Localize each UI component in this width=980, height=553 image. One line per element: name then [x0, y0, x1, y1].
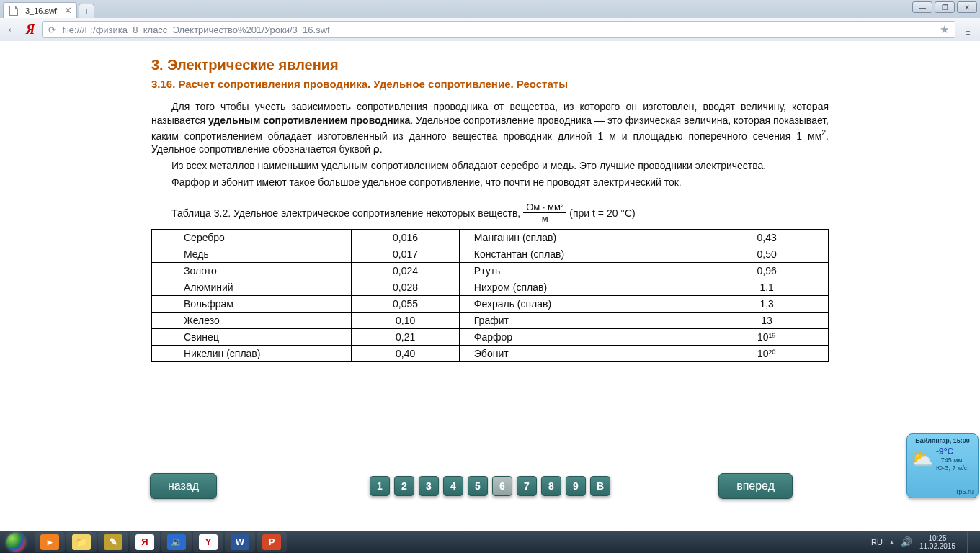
- table-cell: Вольфрам: [152, 296, 352, 313]
- table-cell: Графит: [459, 313, 705, 329]
- table-cell: 0,028: [352, 279, 459, 296]
- new-tab-button[interactable]: +: [79, 4, 94, 18]
- system-tray: RU ▴ 🔊 10:25 11.02.2015: [871, 531, 980, 553]
- bookmark-star-icon[interactable]: ★: [940, 23, 949, 36]
- section-title: 3.16. Расчет сопротивления проводника. У…: [151, 78, 829, 90]
- note-icon-glyph: ✎: [104, 534, 122, 550]
- url-text: file:///F:/физика_8_класс_Электричество%…: [62, 24, 934, 35]
- table-cell: 0,43: [705, 230, 829, 246]
- powerpoint-icon[interactable]: P: [257, 532, 287, 552]
- table-cell: Медь: [152, 246, 352, 263]
- tray-chevron-icon[interactable]: ▴: [890, 538, 894, 546]
- explorer-icon[interactable]: 📁: [66, 532, 97, 552]
- table-cell: Никелин (сплав): [152, 346, 352, 362]
- downloads-button[interactable]: ⭳: [963, 23, 974, 36]
- page-button-5[interactable]: 5: [468, 476, 488, 496]
- table-row: Вольфрам0,055Фехраль (сплав)1,3: [152, 296, 829, 313]
- table-cell: Эбонит: [459, 346, 705, 362]
- yandex-icon-glyph: Я: [135, 534, 154, 550]
- address-bar[interactable]: ⟳ file:///F:/физика_8_класс_Электричеств…: [42, 21, 956, 38]
- media-player-icon-glyph: ▸: [40, 534, 59, 550]
- explorer-icon-glyph: 📁: [72, 534, 91, 550]
- weather-icon: ⛅: [910, 448, 933, 470]
- table-row: Свинец0,21Фарфор10¹⁹: [152, 329, 829, 346]
- media-player-icon[interactable]: ▸: [35, 532, 65, 552]
- weather-widget[interactable]: Байлянгар, 15:00 ⛅ -9°C 745 мм Ю-З, 7 м/…: [906, 433, 979, 498]
- word-icon[interactable]: W: [225, 532, 255, 552]
- table-cell: Нихром (сплав): [459, 279, 705, 296]
- resistivity-table: Серебро0,016Манганин (сплав)0,43Медь0,01…: [151, 229, 829, 362]
- table-cell: 0,024: [352, 263, 459, 279]
- table-row: Золото0,024Ртуть0,96: [152, 263, 829, 279]
- browser-tab[interactable]: 3_16.swf ✕: [3, 2, 77, 18]
- start-button[interactable]: [0, 531, 32, 553]
- clock[interactable]: 10:25 11.02.2015: [919, 534, 956, 550]
- page-button-4[interactable]: 4: [443, 476, 463, 496]
- weather-temp: -9°C: [936, 446, 967, 457]
- forward-page-button[interactable]: вперед: [718, 473, 793, 499]
- table-cell: Алюминий: [152, 279, 352, 296]
- chapter-title: 3. Электрические явления: [151, 57, 829, 73]
- taskbar: ▸📁✎Я🔉YWP RU ▴ 🔊 10:25 11.02.2015: [0, 531, 980, 553]
- table-cell: Ртуть: [459, 263, 705, 279]
- browser-chrome: — ❐ ✕ 3_16.swf ✕ + ← Я ⟳ file:///F:/физи…: [0, 0, 980, 42]
- table-cell: 0,40: [352, 346, 459, 362]
- table-row: Серебро0,016Манганин (сплав)0,43: [152, 230, 829, 246]
- note-icon[interactable]: ✎: [98, 532, 128, 552]
- ybrowser-icon[interactable]: Y: [193, 532, 223, 552]
- back-page-button[interactable]: назад: [150, 473, 217, 499]
- speaker-icon[interactable]: 🔊: [901, 536, 912, 547]
- sound-icon-glyph: 🔉: [167, 534, 186, 550]
- paragraph-1: Для того чтобы учесть зависимость сопрот…: [151, 100, 829, 156]
- page-button-6[interactable]: 6: [492, 476, 512, 496]
- table-row: Железо0,10Графит13: [152, 313, 829, 329]
- tab-title: 3_16.swf: [25, 6, 57, 15]
- weather-pressure: 745 мм: [936, 457, 967, 464]
- page-numbers: 123456789В: [370, 476, 610, 496]
- language-indicator[interactable]: RU: [871, 538, 883, 547]
- page-button-3[interactable]: 3: [419, 476, 439, 496]
- table-row: Медь0,017Константан (сплав)0,50: [152, 246, 829, 263]
- show-desktop-button[interactable]: [967, 531, 974, 553]
- page-button-2[interactable]: 2: [394, 476, 414, 496]
- reload-icon[interactable]: ⟳: [48, 24, 56, 35]
- window-restore-button[interactable]: ❐: [935, 1, 955, 13]
- window-close-button[interactable]: ✕: [957, 1, 977, 13]
- table-caption: Таблица 3.2. Удельное электрическое сопр…: [172, 202, 829, 223]
- yandex-logo[interactable]: Я: [26, 22, 35, 37]
- page-content: 3. Электрические явления 3.16. Расчет со…: [0, 41, 980, 531]
- yandex-icon[interactable]: Я: [130, 532, 160, 552]
- file-icon: [9, 6, 18, 16]
- table-cell: Фехраль (сплав): [459, 296, 705, 313]
- page-button-7[interactable]: 7: [517, 476, 537, 496]
- back-button[interactable]: ←: [6, 22, 19, 37]
- paragraph-2: Из всех металлов наименьшим удельным соп…: [151, 159, 829, 173]
- page-button-9[interactable]: 9: [566, 476, 586, 496]
- sound-icon[interactable]: 🔉: [161, 532, 192, 552]
- table-cell: 1,3: [705, 296, 829, 313]
- ybrowser-icon-glyph: Y: [199, 534, 218, 550]
- table-cell: Железо: [152, 313, 352, 329]
- window-minimize-button[interactable]: —: [912, 1, 932, 13]
- paragraph-3: Фарфор и эбонит имеют такое большое удел…: [151, 176, 829, 189]
- weather-location: Байлянгар, 15:00: [910, 437, 975, 444]
- tab-close-button[interactable]: ✕: [64, 5, 72, 16]
- page-button-1[interactable]: 1: [370, 476, 390, 496]
- table-cell: 10¹⁹: [705, 329, 829, 346]
- unit-fraction: Ом · мм² м: [523, 202, 566, 223]
- table-cell: Золото: [152, 263, 352, 279]
- table-row: Алюминий0,028Нихром (сплав)1,1: [152, 279, 829, 296]
- table-cell: 1,1: [705, 279, 829, 296]
- page-button-В[interactable]: В: [590, 476, 610, 496]
- table-cell: 0,016: [352, 230, 459, 246]
- table-cell: Манганин (сплав): [459, 230, 705, 246]
- table-cell: 0,21: [352, 329, 459, 346]
- page-button-8[interactable]: 8: [541, 476, 561, 496]
- pager: назад 123456789В вперед: [0, 476, 980, 496]
- table-cell: 0,50: [705, 246, 829, 263]
- table-cell: 0,10: [352, 313, 459, 329]
- weather-site: rp5.ru: [956, 488, 974, 495]
- table-cell: Фарфор: [459, 329, 705, 346]
- table-cell: 13: [705, 313, 829, 329]
- clock-date: 11.02.2015: [919, 542, 956, 550]
